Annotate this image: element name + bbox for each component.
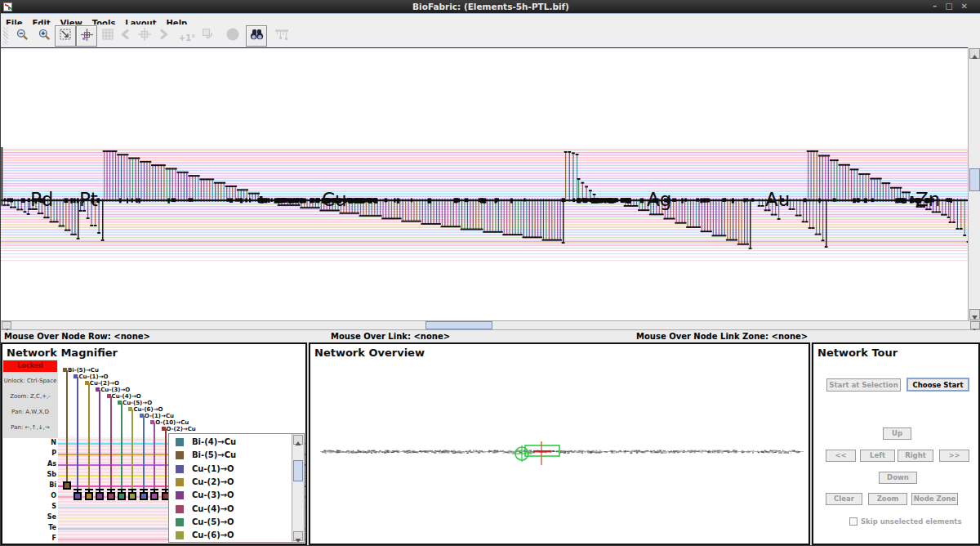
magnifier-row-label: As <box>35 460 56 468</box>
magnifier-title: Network Magnifier <box>7 347 118 359</box>
network-tour-panel: Network Tour Start at SelectionChoose St… <box>812 342 980 545</box>
list-sb-down[interactable] <box>293 531 303 541</box>
zoom-rect-icon <box>59 28 73 45</box>
center-on-button[interactable] <box>76 25 97 47</box>
magnifier-link-label: Cu-(2)→O <box>85 380 119 387</box>
tour-title: Network Tour <box>817 347 898 359</box>
search-button[interactable] <box>246 25 267 47</box>
skip-unselected-checkbox[interactable] <box>849 517 858 526</box>
v-down-arrow[interactable] <box>969 309 980 320</box>
layout-tree-icon <box>274 27 290 45</box>
network-canvas[interactable]: PdPtCuAgAuZn <box>1 47 968 320</box>
tour-button-down: Down <box>879 472 917 484</box>
status-node-link-zone: Mouse Over Node Link Zone: <none> <box>636 332 808 341</box>
grid-icon <box>101 28 115 45</box>
status-bar: Mouse Over Node Row: <none> Mouse Over L… <box>1 330 980 342</box>
magnifier-list-item[interactable]: Cu-(3)→O <box>176 490 290 503</box>
tour-button-right: Right <box>898 450 933 462</box>
tour-button-node-zone: Node Zone <box>911 493 958 505</box>
tour-button-start-at-selection: Start at Selection <box>826 378 901 392</box>
v-up-arrow[interactable] <box>969 48 980 59</box>
h-left-arrow[interactable] <box>2 321 11 329</box>
toolbar-drag-handle[interactable] <box>3 27 8 45</box>
tour-button--: >> <box>939 450 969 462</box>
magnifier-link-line <box>77 377 78 496</box>
magnifier-link-label: Cu-(5)→O <box>118 400 152 406</box>
network-magnifier-panel: Network Magnifier LockedUnlock: Ctrl-Spa… <box>1 342 307 545</box>
magnifier-row-label: F <box>35 535 56 542</box>
magnifier-row-label: Bi <box>35 481 56 489</box>
h-right-arrow[interactable] <box>970 321 980 329</box>
magnifier-link-label: Bi-(5)→Cu <box>63 367 99 374</box>
magnifier-link-label: Cu-(3)→O <box>96 387 130 393</box>
magnifier-row-label: Te <box>35 524 56 531</box>
magnifier-list-item[interactable]: Cu-(4)→O <box>176 503 290 517</box>
magnifier-list-item[interactable]: Cu-(6)→O <box>176 530 290 543</box>
magnifier-row-label: Se <box>35 513 56 521</box>
zoom-out-button[interactable] <box>11 25 33 47</box>
element-label-Pt: Pt <box>79 189 98 210</box>
h-thumb[interactable] <box>425 321 492 329</box>
tour-button-zoom: Zoom <box>868 493 907 505</box>
zoom-out-icon <box>16 28 29 45</box>
zoom-in-button[interactable] <box>33 25 55 47</box>
list-sb-thumb[interactable] <box>293 460 303 481</box>
stop-icon <box>225 27 240 45</box>
vertical-scrollbar[interactable] <box>968 47 980 320</box>
element-label-Pd: Pd <box>30 189 53 210</box>
magnifier-list-item[interactable]: Cu-(2)→O <box>176 477 290 490</box>
v-thumb[interactable] <box>969 168 980 191</box>
tour-button-choose-start[interactable]: Choose Start <box>906 378 969 392</box>
list-swatch <box>176 531 184 539</box>
list-swatch <box>176 518 184 526</box>
list-swatch <box>176 438 184 446</box>
magnifier-list-item[interactable]: Bi-(5)→Cu <box>176 450 290 463</box>
magnifier-shortcut: Pan: A,W,X,D <box>2 409 58 415</box>
toolbar: +1° <box>1 25 980 47</box>
magnifier-endpoint-square <box>140 492 148 500</box>
magnifier-endpoint-square <box>118 492 126 500</box>
magnifier-list-scrollbar[interactable] <box>292 434 304 542</box>
magnifier-shortcut: Unlock: Ctrl-Space <box>2 378 58 384</box>
plus-one-icon: +1° <box>179 29 195 44</box>
magnifier-list-item[interactable]: Cu-(1)→O <box>176 463 290 477</box>
list-swatch <box>176 491 184 499</box>
magnifier-row-label: O <box>35 492 56 499</box>
zoom-rect-button[interactable] <box>55 25 76 47</box>
overview-render[interactable] <box>310 344 808 544</box>
magnifier-list-item[interactable]: Bi-(4)→Cu <box>176 436 290 450</box>
magnifier-link-line <box>154 423 155 496</box>
tour-button-clear: Clear <box>826 493 862 505</box>
magnifier-endpoint-square <box>107 492 115 500</box>
magnifier-locked-badge: Locked <box>3 360 57 372</box>
magnifier-link-label: O-(1)→Cu <box>140 413 174 419</box>
next-button <box>153 25 174 47</box>
zoom-in-icon <box>38 28 51 45</box>
magnifier-link-list[interactable]: Bi-(4)→CuBi-(5)→CuCu-(1)→OCu-(2)→OCu-(3)… <box>168 433 305 543</box>
list-sb-up[interactable] <box>293 435 303 445</box>
magnifier-shortcut: Pan: ←,↑,↓,→ <box>2 424 58 431</box>
stop-button <box>222 25 243 47</box>
tour-button-up: Up <box>883 427 911 440</box>
list-swatch <box>176 465 184 473</box>
tour-button--: << <box>826 450 856 462</box>
magnifier-list-item[interactable]: Cu-(5)→O <box>176 517 290 530</box>
next-icon <box>157 28 170 44</box>
network-overview-panel: Network Overview <box>309 342 810 545</box>
magnifier-link-line <box>99 390 100 496</box>
window-controls[interactable]: –□✕ <box>933 2 976 11</box>
magnifier-link-line <box>143 416 145 496</box>
magnifier-link-line <box>110 396 112 496</box>
magnifier-link-line <box>121 403 122 496</box>
tour-button-left: Left <box>860 450 895 462</box>
magnifier-link-line <box>66 370 68 486</box>
magnifier-row-label: S <box>35 503 56 510</box>
skip-unselected-label: Skip unselected elements <box>861 517 962 526</box>
magnifier-row-label: Sb <box>35 471 56 478</box>
horizontal-scrollbar[interactable] <box>1 320 980 330</box>
magnifier-endpoint-square <box>74 492 82 500</box>
title-bar[interactable]: BioFabric: (Elements-5h-PTL.bif) –□✕ <box>1 1 980 13</box>
element-label-Cu: Cu <box>322 189 347 210</box>
magnifier-link-label: O-(10)→Cu <box>150 419 189 426</box>
search-icon <box>249 28 265 45</box>
